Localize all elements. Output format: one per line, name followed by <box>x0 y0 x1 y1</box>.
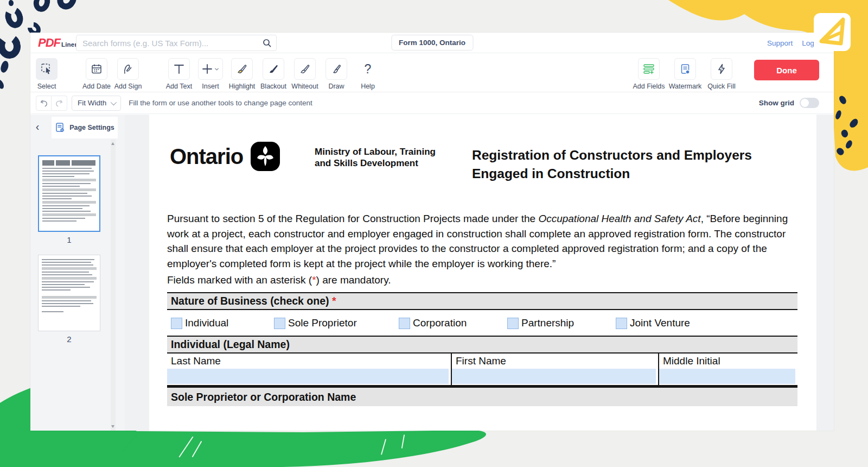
support-link[interactable]: Support <box>767 39 793 47</box>
sidebar-scrollbar[interactable] <box>111 140 116 431</box>
watermark-button[interactable]: Watermark <box>669 58 701 90</box>
highlight-box <box>231 58 253 80</box>
name-label-row: Last Name First Name Middle Initial <box>167 354 797 368</box>
chevron-down-icon <box>214 67 219 72</box>
search-input[interactable] <box>76 39 263 48</box>
screen: { "app": { "header": { "logo_pdf": "PDF"… <box>0 0 868 467</box>
header-links: Support Log in <box>767 33 822 53</box>
tool-label: Watermark <box>669 83 702 90</box>
tool-label: Insert <box>202 83 219 90</box>
add-fields-button[interactable]: Add Fields <box>633 58 665 90</box>
trillium-icon <box>251 142 280 171</box>
show-grid-label: Show grid <box>759 99 794 107</box>
page-settings-button[interactable]: Page Settings <box>52 117 118 138</box>
red-asterisk: * <box>312 274 316 286</box>
ontario-wordmark: Ontario <box>170 144 243 169</box>
navy-paint-speck <box>9 0 14 6</box>
section-nature-of-business: Nature of Business (check one) * <box>167 292 797 310</box>
help-button[interactable]: ? Help <box>352 58 384 90</box>
first-name-label: First Name <box>452 354 659 368</box>
search-bar <box>76 35 277 51</box>
fields-green-icon <box>642 62 655 75</box>
navy-paint-splat <box>3 4 26 30</box>
page-number-label: 2 <box>38 335 100 344</box>
text-icon <box>173 62 186 75</box>
ontario-logo: Ontario <box>170 142 280 171</box>
whiteout-button[interactable]: Whiteout <box>289 58 321 90</box>
act-name-italic: Occupational Health and Safety Act <box>538 213 700 224</box>
document-viewport[interactable]: Ontario <box>125 115 834 431</box>
insert-button[interactable]: Insert <box>195 58 226 90</box>
collapse-sidebar-icon[interactable]: ‹ <box>31 121 43 133</box>
search-icon[interactable] <box>263 39 271 47</box>
quick-fill-button[interactable]: Quick Fill <box>706 58 737 90</box>
undo-icon <box>40 99 48 108</box>
add-sign-button[interactable]: Add Sign <box>112 58 144 90</box>
quick-fill-box <box>711 58 732 80</box>
checkbox-corporation[interactable]: Corporation <box>399 317 467 329</box>
show-grid-control: Show grid <box>759 98 819 108</box>
add-sign-box <box>117 58 139 80</box>
first-name-field[interactable] <box>452 369 656 384</box>
checkbox-joint-venture[interactable]: Joint Venture <box>616 317 690 329</box>
name-input-row <box>167 368 797 385</box>
form-title-badge[interactable]: Form 1000, Ontario <box>391 35 473 51</box>
navy-paint-speck <box>840 129 850 138</box>
checkbox[interactable] <box>616 318 627 329</box>
page-thumbnail-2[interactable] <box>38 255 100 331</box>
scroll-up-icon <box>111 142 114 145</box>
show-grid-toggle[interactable] <box>800 98 819 108</box>
insert-box <box>198 58 223 80</box>
login-link[interactable]: Log in <box>802 39 822 47</box>
tool-label: Add Date <box>82 83 111 90</box>
checkbox[interactable] <box>274 318 285 329</box>
add-date-button[interactable]: Add Date <box>81 58 112 90</box>
navy-paint-splat <box>54 0 80 13</box>
zoom-level-dropdown[interactable]: Fit Width <box>72 96 121 111</box>
sub-toolbar: Fit Width Fill the form or use another t… <box>30 92 834 114</box>
section-individual-legal-name: Individual (Legal Name) <box>167 336 797 354</box>
checkbox[interactable] <box>507 318 519 329</box>
tool-label: Select <box>37 83 56 90</box>
checkbox[interactable] <box>171 318 182 329</box>
scroll-down-icon <box>111 425 114 428</box>
main-toolbar: Select Add Date Add Sign <box>30 53 834 92</box>
checkbox-partnership[interactable]: Partnership <box>507 317 574 329</box>
done-button[interactable]: Done <box>754 60 819 80</box>
tool-label: Add Text <box>166 83 192 90</box>
navy-paint-splat <box>31 0 52 14</box>
redo-icon <box>55 99 63 108</box>
ministry-name: Ministry of Labour, Training and Skills … <box>315 146 436 169</box>
tool-label: Highlight <box>229 83 256 90</box>
blackout-button[interactable]: Blackout <box>258 58 289 90</box>
tool-label: Add Fields <box>633 83 665 90</box>
page-number-label: 1 <box>38 235 100 244</box>
navy-paint-speck <box>848 117 859 129</box>
tool-label: Help <box>361 83 375 90</box>
mandatory-note: Fields marked with an asterisk (*) are m… <box>167 274 797 286</box>
page-thumbnail-1[interactable] <box>38 155 100 232</box>
checkbox-sole-proprietor[interactable]: Sole Proprietor <box>274 317 357 329</box>
checkbox[interactable] <box>399 318 410 329</box>
add-text-button[interactable]: Add Text <box>163 58 195 90</box>
highlight-button[interactable]: Highlight <box>226 58 258 90</box>
app-header: PDF Liner Form 1000, Ontario Support Log… <box>30 33 834 53</box>
business-type-row: Individual Sole Proprietor Corporation <box>167 310 797 336</box>
white-scratch <box>401 434 405 449</box>
select-tool-button[interactable]: Select <box>31 58 62 90</box>
draw-button[interactable]: Draw <box>321 58 352 90</box>
red-asterisk: * <box>332 295 336 307</box>
section-sole-proprietor-name: Sole Proprietor or Corporation Name <box>167 387 797 406</box>
middle-initial-field[interactable] <box>659 369 795 384</box>
cursor-select-icon <box>40 62 53 75</box>
last-name-field[interactable] <box>167 369 449 384</box>
redo-button[interactable] <box>52 96 67 111</box>
navy-paint-speck <box>0 60 10 74</box>
pdfliner-logo[interactable]: PDF Liner <box>38 36 77 50</box>
checkbox-individual[interactable]: Individual <box>171 317 228 329</box>
undo-button[interactable] <box>36 96 52 111</box>
toolbar-hint-text: Fill the form or use another tools to ch… <box>129 99 312 107</box>
form-intro-paragraph: Pursuant to section 5 of the Regulation … <box>167 211 797 271</box>
tool-label: Quick Fill <box>707 83 735 90</box>
select-tool-box <box>36 58 58 80</box>
